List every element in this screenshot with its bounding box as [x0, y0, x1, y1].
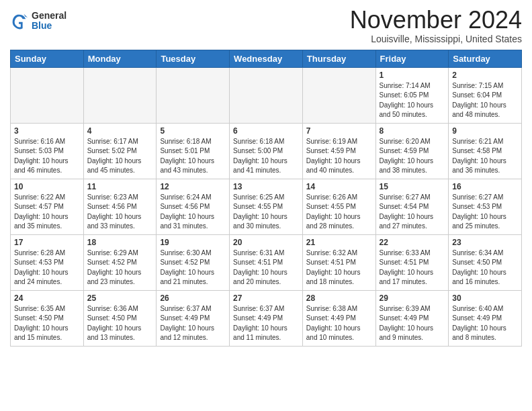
calendar-cell: 2Sunrise: 7:15 AM Sunset: 6:04 PM Daylig…: [449, 67, 522, 123]
calendar-cell: [230, 67, 303, 123]
day-info: Sunrise: 6:35 AM Sunset: 4:50 PM Dayligh…: [14, 304, 80, 343]
day-number: 14: [306, 182, 372, 191]
day-info: Sunrise: 6:33 AM Sunset: 4:51 PM Dayligh…: [380, 248, 445, 287]
calendar-cell: 19Sunrise: 6:30 AM Sunset: 4:52 PM Dayli…: [157, 234, 230, 290]
day-number: 6: [233, 126, 299, 136]
calendar-cell: 14Sunrise: 6:26 AM Sunset: 4:55 PM Dayli…: [302, 179, 375, 234]
month-title: November 2024: [350, 7, 522, 34]
calendar-cell: 6Sunrise: 6:18 AM Sunset: 5:00 PM Daylig…: [230, 123, 303, 179]
day-number: 22: [380, 238, 445, 247]
day-info: Sunrise: 6:28 AM Sunset: 4:53 PM Dayligh…: [14, 248, 80, 287]
calendar-cell: [157, 67, 230, 123]
day-number: 18: [87, 238, 153, 247]
day-number: 19: [160, 238, 226, 247]
day-number: 5: [160, 126, 226, 136]
calendar-cell: 21Sunrise: 6:32 AM Sunset: 4:51 PM Dayli…: [302, 234, 375, 290]
week-row-2: 3Sunrise: 6:16 AM Sunset: 5:03 PM Daylig…: [11, 123, 522, 179]
calendar-cell: 13Sunrise: 6:25 AM Sunset: 4:55 PM Dayli…: [230, 179, 303, 234]
day-info: Sunrise: 6:18 AM Sunset: 5:00 PM Dayligh…: [233, 137, 299, 176]
calendar-cell: 3Sunrise: 6:16 AM Sunset: 5:03 PM Daylig…: [11, 123, 84, 179]
day-number: 20: [233, 238, 299, 247]
day-number: 17: [14, 238, 80, 247]
calendar-cell: 17Sunrise: 6:28 AM Sunset: 4:53 PM Dayli…: [11, 234, 84, 290]
weekday-header-saturday: Saturday: [449, 50, 522, 67]
day-info: Sunrise: 6:39 AM Sunset: 4:49 PM Dayligh…: [380, 304, 445, 343]
calendar-cell: 23Sunrise: 6:34 AM Sunset: 4:50 PM Dayli…: [449, 234, 522, 290]
day-number: 2: [452, 71, 518, 80]
day-number: 11: [87, 182, 153, 191]
weekday-header-row: SundayMondayTuesdayWednesdayThursdayFrid…: [11, 50, 522, 67]
calendar-cell: [302, 67, 375, 123]
calendar-cell: 20Sunrise: 6:31 AM Sunset: 4:51 PM Dayli…: [230, 234, 303, 290]
day-number: 8: [380, 126, 445, 136]
calendar-cell: 9Sunrise: 6:21 AM Sunset: 4:58 PM Daylig…: [449, 123, 522, 179]
calendar-cell: 1Sunrise: 7:14 AM Sunset: 6:05 PM Daylig…: [375, 67, 449, 123]
day-number: 29: [380, 293, 445, 303]
day-number: 25: [87, 293, 153, 303]
weekday-header-wednesday: Wednesday: [230, 50, 303, 67]
calendar-cell: [11, 67, 84, 123]
day-number: 7: [306, 126, 372, 136]
day-number: 23: [452, 238, 518, 247]
location-text: Louisville, Mississippi, United States: [350, 34, 522, 44]
day-number: 10: [14, 182, 80, 191]
day-info: Sunrise: 6:17 AM Sunset: 5:02 PM Dayligh…: [87, 137, 153, 176]
day-number: 21: [306, 238, 372, 247]
day-info: Sunrise: 6:32 AM Sunset: 4:51 PM Dayligh…: [306, 248, 372, 287]
day-info: Sunrise: 6:19 AM Sunset: 4:59 PM Dayligh…: [306, 137, 372, 176]
day-info: Sunrise: 6:27 AM Sunset: 4:54 PM Dayligh…: [380, 193, 445, 232]
calendar-cell: 12Sunrise: 6:24 AM Sunset: 4:56 PM Dayli…: [157, 179, 230, 234]
day-number: 3: [14, 126, 80, 136]
day-number: 27: [233, 293, 299, 303]
calendar-cell: 15Sunrise: 6:27 AM Sunset: 4:54 PM Dayli…: [375, 179, 449, 234]
week-row-5: 24Sunrise: 6:35 AM Sunset: 4:50 PM Dayli…: [11, 290, 522, 346]
week-row-4: 17Sunrise: 6:28 AM Sunset: 4:53 PM Dayli…: [11, 234, 522, 290]
day-info: Sunrise: 6:34 AM Sunset: 4:50 PM Dayligh…: [452, 248, 518, 287]
weekday-header-sunday: Sunday: [11, 50, 84, 67]
day-info: Sunrise: 6:37 AM Sunset: 4:49 PM Dayligh…: [233, 304, 299, 343]
day-number: 16: [452, 182, 518, 191]
calendar-cell: [83, 67, 157, 123]
day-number: 9: [452, 126, 518, 136]
day-number: 28: [306, 293, 372, 303]
weekday-header-friday: Friday: [375, 50, 449, 67]
day-number: 24: [14, 293, 80, 303]
logo-general-text: General: [32, 11, 66, 21]
calendar-cell: 4Sunrise: 6:17 AM Sunset: 5:02 PM Daylig…: [83, 123, 157, 179]
calendar-cell: 8Sunrise: 6:20 AM Sunset: 4:59 PM Daylig…: [375, 123, 449, 179]
calendar-cell: 7Sunrise: 6:19 AM Sunset: 4:59 PM Daylig…: [302, 123, 375, 179]
day-number: 4: [87, 126, 153, 136]
day-info: Sunrise: 6:25 AM Sunset: 4:55 PM Dayligh…: [233, 193, 299, 232]
day-number: 1: [380, 71, 445, 80]
logo: General Blue: [10, 11, 66, 32]
calendar-cell: 22Sunrise: 6:33 AM Sunset: 4:51 PM Dayli…: [375, 234, 449, 290]
day-info: Sunrise: 6:21 AM Sunset: 4:58 PM Dayligh…: [452, 137, 518, 176]
day-info: Sunrise: 6:23 AM Sunset: 4:56 PM Dayligh…: [87, 193, 153, 232]
day-info: Sunrise: 6:40 AM Sunset: 4:49 PM Dayligh…: [452, 304, 518, 343]
day-info: Sunrise: 6:16 AM Sunset: 5:03 PM Dayligh…: [14, 137, 80, 176]
weekday-header-thursday: Thursday: [302, 50, 375, 67]
calendar-cell: 30Sunrise: 6:40 AM Sunset: 4:49 PM Dayli…: [449, 290, 522, 346]
logo-blue-text: Blue: [32, 21, 66, 31]
week-row-1: 1Sunrise: 7:14 AM Sunset: 6:05 PM Daylig…: [11, 67, 522, 123]
day-number: 13: [233, 182, 299, 191]
day-info: Sunrise: 6:38 AM Sunset: 4:49 PM Dayligh…: [306, 304, 372, 343]
day-number: 15: [380, 182, 445, 191]
day-info: Sunrise: 6:30 AM Sunset: 4:52 PM Dayligh…: [160, 248, 226, 287]
weekday-header-monday: Monday: [83, 50, 157, 67]
day-info: Sunrise: 6:26 AM Sunset: 4:55 PM Dayligh…: [306, 193, 372, 232]
calendar-cell: 28Sunrise: 6:38 AM Sunset: 4:49 PM Dayli…: [302, 290, 375, 346]
day-info: Sunrise: 7:15 AM Sunset: 6:04 PM Dayligh…: [452, 81, 518, 120]
calendar-cell: 11Sunrise: 6:23 AM Sunset: 4:56 PM Dayli…: [83, 179, 157, 234]
day-info: Sunrise: 6:29 AM Sunset: 4:52 PM Dayligh…: [87, 248, 153, 287]
day-info: Sunrise: 6:37 AM Sunset: 4:49 PM Dayligh…: [160, 304, 226, 343]
title-block: November 2024 Louisville, Mississippi, U…: [350, 7, 522, 44]
day-info: Sunrise: 6:27 AM Sunset: 4:53 PM Dayligh…: [452, 193, 518, 232]
calendar-cell: 16Sunrise: 6:27 AM Sunset: 4:53 PM Dayli…: [449, 179, 522, 234]
calendar-cell: 29Sunrise: 6:39 AM Sunset: 4:49 PM Dayli…: [375, 290, 449, 346]
calendar-table: SundayMondayTuesdayWednesdayThursdayFrid…: [10, 50, 522, 347]
day-number: 12: [160, 182, 226, 191]
day-info: Sunrise: 6:20 AM Sunset: 4:59 PM Dayligh…: [380, 137, 445, 176]
calendar-cell: 10Sunrise: 6:22 AM Sunset: 4:57 PM Dayli…: [11, 179, 84, 234]
day-number: 26: [160, 293, 226, 303]
